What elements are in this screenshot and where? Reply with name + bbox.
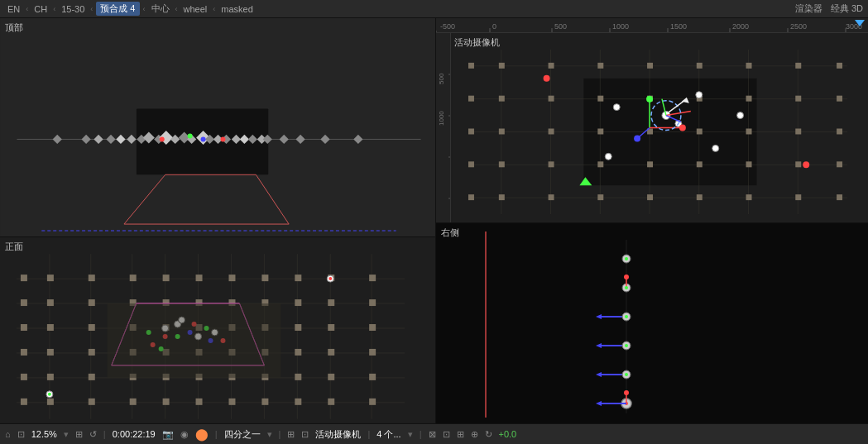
svg-rect-219	[549, 194, 554, 200]
top-bar: EN ‹ CH ‹ 15-30 ‹ 预合成 4 ‹ 中心 ‹ wheel ‹ m…	[0, 0, 868, 18]
svg-point-237	[613, 104, 620, 111]
left-panel: 顶部	[0, 18, 436, 423]
grid-icon[interactable]: ⊞	[287, 429, 295, 440]
ch-item[interactable]: CH	[31, 4, 50, 14]
svg-rect-184	[597, 63, 603, 69]
perspective-view[interactable]: -500 0 500 1000 1500 2000 2500 3000	[436, 18, 868, 223]
zoom-dropdown-icon[interactable]: ▾	[64, 429, 69, 440]
svg-rect-119	[328, 399, 334, 405]
center-item[interactable]: 中心	[149, 2, 172, 15]
svg-rect-110	[21, 399, 27, 405]
motion-icon[interactable]: ↻	[485, 429, 492, 440]
arrow-center: ‹	[175, 5, 178, 13]
svg-rect-90	[89, 349, 95, 356]
svg-rect-204	[697, 128, 703, 134]
link-icon[interactable]: ⊕	[471, 429, 478, 440]
refresh-icon[interactable]: ↺	[89, 429, 97, 440]
svg-rect-189	[837, 63, 842, 69]
svg-text:2000: 2000	[732, 22, 749, 31]
copy-icon[interactable]: ⊡	[443, 429, 450, 440]
svg-rect-181	[468, 63, 474, 69]
svg-point-234	[646, 96, 653, 103]
svg-rect-97	[328, 349, 334, 356]
camera-snap-icon[interactable]: 📷	[162, 429, 174, 440]
svg-point-36	[220, 136, 225, 141]
color-wheel-icon[interactable]: ◉	[180, 429, 189, 440]
svg-text:2500: 2500	[790, 22, 807, 31]
separator-2: |	[215, 429, 218, 439]
frame-icon[interactable]: ⊞	[75, 429, 83, 440]
svg-rect-160	[436, 33, 450, 222]
svg-rect-183	[549, 63, 554, 69]
zoom-value[interactable]: 12.5%	[31, 429, 57, 439]
svg-rect-192	[549, 96, 554, 102]
wheel-item[interactable]: wheel	[181, 4, 210, 14]
svg-rect-67	[47, 299, 54, 306]
camera-label[interactable]: 活动摄像机	[315, 428, 361, 441]
svg-rect-111	[47, 399, 54, 405]
svg-text:1000: 1000	[612, 22, 629, 31]
offset-value[interactable]: +0.0	[499, 429, 517, 439]
svg-point-274	[625, 344, 628, 347]
camera-view-label: 活动摄像机	[454, 36, 500, 49]
svg-point-242	[544, 75, 550, 82]
svg-rect-248	[436, 223, 868, 423]
svg-rect-107	[295, 374, 301, 380]
top-right-indicator	[855, 20, 865, 26]
count-dropdown-icon[interactable]: ▾	[408, 429, 413, 440]
separator-4: |	[367, 429, 370, 439]
svg-text:-500: -500	[440, 22, 455, 31]
composition-item[interactable]: 预合成 4	[96, 2, 139, 16]
svg-text:500: 500	[438, 73, 445, 84]
svg-rect-77	[21, 324, 27, 331]
svg-rect-99	[21, 374, 27, 380]
expand-icon[interactable]: ⊡	[301, 429, 309, 440]
svg-rect-76	[369, 299, 376, 306]
svg-rect-223	[746, 194, 752, 200]
home-icon[interactable]: ⌂	[5, 429, 11, 439]
svg-rect-208	[468, 161, 474, 167]
merge-icon[interactable]: ⊞	[457, 429, 464, 440]
masked-item[interactable]: masked	[218, 4, 256, 14]
svg-rect-74	[295, 299, 301, 306]
svg-rect-198	[837, 96, 842, 102]
layout-dropdown-icon[interactable]: ▾	[267, 429, 272, 440]
ruler-marks: -500 0 500 1000 1500 2000 2500 3000	[436, 18, 868, 32]
ruler-top: -500 0 500 1000 1500 2000 2500 3000	[436, 18, 868, 33]
svg-rect-87	[369, 324, 376, 331]
svg-rect-79	[89, 324, 95, 331]
svg-rect-209	[499, 161, 505, 167]
svg-rect-197	[795, 96, 801, 102]
svg-rect-214	[746, 161, 752, 167]
svg-point-34	[188, 133, 193, 138]
svg-rect-196	[746, 96, 752, 102]
svg-point-271	[625, 257, 628, 260]
renderer-label: 渲染器	[795, 2, 822, 15]
svg-point-239	[712, 145, 719, 151]
svg-rect-215	[795, 161, 801, 167]
svg-rect-138	[108, 303, 281, 378]
svg-rect-115	[196, 399, 203, 405]
language-selector[interactable]: EN	[5, 4, 22, 14]
top-view[interactable]: 顶部	[0, 18, 435, 237]
svg-text:0: 0	[492, 22, 496, 31]
svg-rect-112	[89, 399, 95, 405]
svg-rect-88	[21, 349, 27, 356]
arrow-lang: ‹	[26, 5, 28, 13]
snap-icon[interactable]: ⊠	[429, 429, 436, 440]
svg-rect-205	[746, 128, 752, 134]
svg-rect-120	[369, 399, 376, 405]
svg-rect-213	[697, 161, 703, 167]
palette-icon[interactable]: ⬤	[195, 427, 209, 441]
main-content: 顶部	[0, 18, 868, 423]
ruler-left-marks: 500 1000	[436, 33, 450, 222]
svg-text:500: 500	[554, 22, 567, 31]
side-view[interactable]: 右侧	[436, 223, 868, 423]
perspective-canvas	[451, 33, 868, 222]
range-item[interactable]: 15-30	[59, 4, 87, 14]
svg-point-142	[328, 277, 332, 280]
object-count: 4 个...	[376, 428, 400, 441]
monitor-icon[interactable]: ⊡	[17, 429, 25, 440]
svg-point-33	[160, 136, 165, 141]
front-view[interactable]: 正面	[0, 237, 435, 423]
